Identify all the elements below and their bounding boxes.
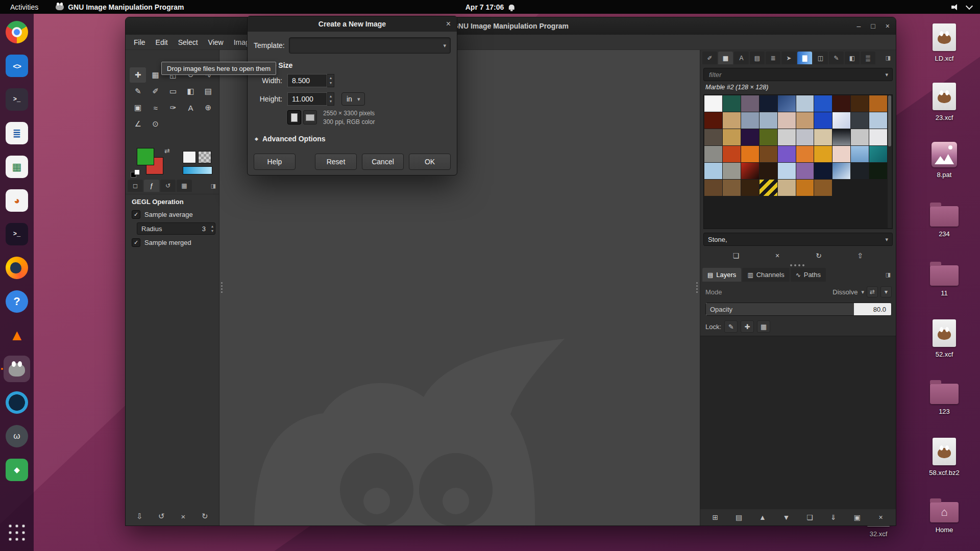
pattern-swatch[interactable] <box>741 163 759 179</box>
layers-footer-button[interactable]: ▣ <box>848 511 866 524</box>
pattern-action-button[interactable]: × <box>769 249 786 262</box>
width-spinner[interactable]: ▴▾ <box>327 74 334 87</box>
pattern-swatch[interactable] <box>869 163 887 179</box>
default-colors-icon[interactable] <box>131 169 140 178</box>
dockable-tab[interactable]: ▇ <box>797 52 812 64</box>
chevron-down-icon[interactable]: ▾ <box>885 71 888 78</box>
tool-button[interactable]: ∠ <box>130 116 146 132</box>
scrollbar-thumb[interactable] <box>888 95 891 146</box>
pattern-swatch[interactable] <box>723 146 741 162</box>
active-gradient-swatch[interactable] <box>183 166 212 174</box>
pattern-swatch[interactable] <box>814 146 832 162</box>
menu-item[interactable]: Edit <box>151 36 173 48</box>
layers-footer-button[interactable]: ⊞ <box>706 511 724 524</box>
pattern-swatch[interactable] <box>869 146 887 162</box>
desktop-icon[interactable]: Home <box>914 494 975 551</box>
pattern-swatch[interactable] <box>832 163 850 179</box>
layers-footer-button[interactable]: ⇓ <box>825 511 842 524</box>
desktop-icon[interactable]: 58.xcf.bz2 <box>914 435 975 494</box>
desktop-icon[interactable]: 52.xcf <box>914 316 975 375</box>
foreground-color-swatch[interactable] <box>137 148 154 165</box>
dialog-titlebar[interactable]: Create a New Image × <box>248 16 457 32</box>
template-dropdown[interactable]: ▾ <box>289 37 451 54</box>
pattern-swatch[interactable] <box>851 146 869 162</box>
lock-position-button[interactable]: ✚ <box>741 320 754 333</box>
landscape-orientation-button[interactable] <box>303 110 317 124</box>
pattern-scrollbar[interactable] <box>888 95 892 228</box>
pattern-swatch[interactable] <box>869 95 887 112</box>
dock-item[interactable]: >_ <box>4 86 30 113</box>
pattern-filter-input[interactable] <box>708 70 885 79</box>
pattern-swatch[interactable] <box>796 95 814 112</box>
tool-button[interactable]: ⊙ <box>147 116 163 132</box>
pattern-swatch[interactable] <box>723 163 741 179</box>
sample-average-checkbox[interactable]: ✓ <box>132 210 140 219</box>
dock-menu-icon[interactable]: ◨ <box>209 180 218 192</box>
desktop-icon[interactable]: 123 <box>914 375 975 435</box>
menu-item[interactable]: File <box>129 36 151 48</box>
pattern-swatch[interactable] <box>704 163 722 179</box>
dock-item[interactable]: ▲ <box>4 322 30 348</box>
tool-options-tab[interactable]: ▦ <box>177 180 192 192</box>
pattern-swatch[interactable] <box>778 146 796 162</box>
dialog-close-button[interactable]: × <box>446 16 451 32</box>
tool-options-tab[interactable]: ◻ <box>128 180 143 192</box>
radius-spin-scale[interactable]: Radius 3 ▴▾ <box>137 222 215 235</box>
lock-alpha-button[interactable]: ▦ <box>757 320 770 333</box>
menu-item[interactable]: Select <box>173 36 203 48</box>
lock-pixels-button[interactable]: ✎ <box>724 320 738 333</box>
opacity-slider[interactable]: Opacity 80.0 <box>705 303 892 316</box>
pattern-swatch[interactable] <box>796 163 814 179</box>
pattern-swatch[interactable] <box>741 180 759 196</box>
pattern-swatch[interactable] <box>851 163 869 179</box>
pattern-swatch[interactable] <box>741 95 759 112</box>
pattern-swatch[interactable] <box>741 129 759 145</box>
pattern-swatch[interactable] <box>723 112 741 129</box>
dockable-tab[interactable]: ≣ <box>766 52 780 64</box>
pattern-swatch[interactable] <box>704 112 722 129</box>
advanced-options-expander[interactable]: ◆ Advanced Options <box>255 135 326 143</box>
pattern-action-button[interactable]: ↻ <box>810 249 827 262</box>
pane-splitter-handle[interactable] <box>221 282 223 284</box>
pattern-swatch[interactable] <box>741 112 759 129</box>
dock-item[interactable]: <> <box>4 53 30 79</box>
pattern-swatch[interactable] <box>869 112 887 129</box>
dock-item[interactable]: ≣ <box>4 120 30 146</box>
dockable-tab[interactable]: ◧ <box>845 52 860 64</box>
pattern-swatch[interactable] <box>741 146 759 162</box>
layers-footer-button[interactable]: ▲ <box>754 511 771 524</box>
pattern-swatch[interactable] <box>796 146 814 162</box>
dock-item[interactable]: >_ <box>4 221 30 247</box>
unit-dropdown[interactable]: in ▾ <box>341 92 365 106</box>
pattern-swatch[interactable] <box>814 163 832 179</box>
activities-button[interactable]: Activities <box>7 2 41 12</box>
layers-footer-button[interactable]: ▤ <box>730 511 748 524</box>
dock-item[interactable]: ◆ <box>4 457 30 483</box>
layers-footer-button[interactable]: × <box>872 511 890 524</box>
pattern-swatch[interactable] <box>760 129 777 145</box>
minimize-button[interactable]: – <box>857 22 861 30</box>
pattern-swatch[interactable] <box>814 180 832 196</box>
tool-button[interactable]: ⊕ <box>200 100 216 115</box>
pattern-action-button[interactable]: ⇧ <box>851 249 869 262</box>
tool-button[interactable]: ▭ <box>165 84 181 99</box>
tool-options-footer-button[interactable]: ↺ <box>154 510 169 522</box>
pattern-swatch[interactable] <box>760 112 777 129</box>
height-input[interactable]: 11.000 <box>287 92 327 106</box>
dockable-tab[interactable]: ◫ <box>813 52 828 64</box>
layers-dock-tab[interactable]: ∿ Paths <box>791 268 826 282</box>
desktop-icon[interactable]: LD.xcf <box>914 20 975 80</box>
tool-button[interactable]: ✚ <box>130 67 146 83</box>
reset-button[interactable]: Reset <box>315 154 357 170</box>
focused-app-menu[interactable]: GNU Image Manipulation Program <box>56 3 184 11</box>
pattern-swatch[interactable] <box>814 129 832 145</box>
pattern-swatch[interactable] <box>723 180 741 196</box>
close-button[interactable]: × <box>886 22 890 30</box>
pattern-swatch[interactable] <box>851 112 869 129</box>
dockable-tab[interactable]: ✎ <box>829 52 844 64</box>
portrait-orientation-button[interactable] <box>287 110 301 124</box>
pattern-swatch[interactable] <box>796 129 814 145</box>
pattern-swatch[interactable] <box>851 129 869 145</box>
pattern-swatch[interactable] <box>832 129 850 145</box>
tool-button[interactable]: ✐ <box>147 84 163 99</box>
